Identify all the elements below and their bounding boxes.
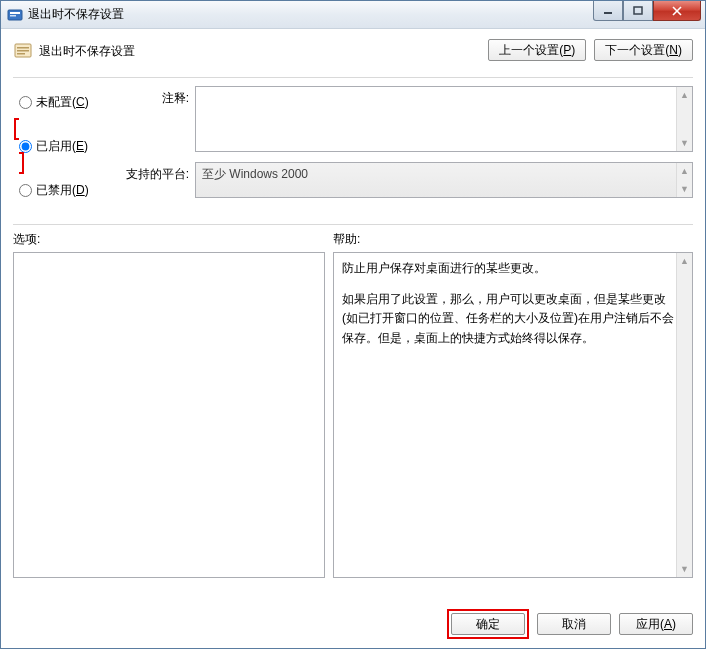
policy-app-icon xyxy=(7,7,23,23)
panels-row: 防止用户保存对桌面进行的某些更改。 如果启用了此设置，那么，用户可以更改桌面，但… xyxy=(13,252,693,578)
state-radios: 未配置(C) 已启用(E) 已禁用(D) xyxy=(13,86,123,210)
close-button[interactable] xyxy=(653,1,701,21)
svg-rect-10 xyxy=(17,53,25,55)
scrollbar[interactable]: ▲ ▼ xyxy=(676,163,692,197)
titlebar[interactable]: 退出时不保存设置 xyxy=(1,1,705,29)
platform-row: 支持的平台: 至少 Windows 2000 ▲ ▼ xyxy=(123,162,693,198)
scroll-down-icon[interactable]: ▼ xyxy=(677,135,692,151)
nav-buttons: 上一个设置(P) 下一个设置(N) xyxy=(488,39,693,61)
svg-rect-1 xyxy=(10,12,20,14)
policy-editor-window: 退出时不保存设置 退出时不保存设置 上一个设置(P) 下一个设置(N) 未配置(… xyxy=(0,0,706,649)
ok-button[interactable]: 确定 xyxy=(451,613,525,635)
platform-value: 至少 Windows 2000 xyxy=(202,167,308,181)
scrollbar[interactable]: ▲ ▼ xyxy=(676,87,692,151)
platform-label: 支持的平台: xyxy=(123,162,195,198)
policy-title: 退出时不保存设置 xyxy=(39,39,488,60)
help-text: 防止用户保存对桌面进行的某些更改。 如果启用了此设置，那么，用户可以更改桌面，但… xyxy=(342,259,674,348)
bottom-bar: 确定 取消 应用(A) xyxy=(447,609,693,639)
radio-disabled[interactable]: 已禁用(D) xyxy=(19,180,123,200)
svg-rect-9 xyxy=(17,50,29,52)
previous-setting-button[interactable]: 上一个设置(P) xyxy=(488,39,586,61)
divider xyxy=(13,224,693,225)
enabled-highlight: 已启用(E) xyxy=(14,118,123,174)
radio-not-configured-input[interactable] xyxy=(19,96,32,109)
comment-textarea[interactable]: ▲ ▼ xyxy=(195,86,693,152)
minimize-button[interactable] xyxy=(593,1,623,21)
platform-box: 至少 Windows 2000 ▲ ▼ xyxy=(195,162,693,198)
radio-enabled-input[interactable] xyxy=(19,140,32,153)
apply-button[interactable]: 应用(A) xyxy=(619,613,693,635)
content-area: 退出时不保存设置 上一个设置(P) 下一个设置(N) 未配置(C) 已启用(E) xyxy=(1,29,705,649)
maximize-button[interactable] xyxy=(623,1,653,21)
radio-disabled-input[interactable] xyxy=(19,184,32,197)
policy-icon xyxy=(13,41,33,61)
section-labels: 选项: 帮助: xyxy=(13,231,693,248)
help-paragraph: 如果启用了此设置，那么，用户可以更改桌面，但是某些更改(如已打开窗口的位置、任务… xyxy=(342,290,674,348)
comment-row: 注释: ▲ ▼ xyxy=(123,86,693,152)
options-label: 选项: xyxy=(13,231,333,248)
scrollbar[interactable]: ▲ ▼ xyxy=(676,253,692,577)
help-label: 帮助: xyxy=(333,231,360,248)
svg-rect-2 xyxy=(10,15,16,17)
radio-enabled-label: 已启用(E) xyxy=(36,138,88,155)
comment-label: 注释: xyxy=(123,86,195,152)
svg-rect-8 xyxy=(17,47,29,49)
divider xyxy=(13,77,693,78)
scroll-up-icon[interactable]: ▲ xyxy=(677,253,692,269)
radio-not-configured[interactable]: 未配置(C) xyxy=(19,92,123,112)
window-controls xyxy=(593,1,701,21)
scroll-up-icon[interactable]: ▲ xyxy=(677,163,692,179)
config-area: 未配置(C) 已启用(E) 已禁用(D) 注释: xyxy=(13,86,693,210)
radio-not-configured-label: 未配置(C) xyxy=(36,94,89,111)
radio-enabled[interactable]: 已启用(E) xyxy=(19,136,123,156)
next-setting-button[interactable]: 下一个设置(N) xyxy=(594,39,693,61)
help-panel: 防止用户保存对桌面进行的某些更改。 如果启用了此设置，那么，用户可以更改桌面，但… xyxy=(333,252,693,578)
scroll-down-icon[interactable]: ▼ xyxy=(677,561,692,577)
scroll-up-icon[interactable]: ▲ xyxy=(677,87,692,103)
svg-rect-4 xyxy=(634,7,642,14)
scroll-down-icon[interactable]: ▼ xyxy=(677,181,692,197)
options-panel xyxy=(13,252,325,578)
header-row: 退出时不保存设置 上一个设置(P) 下一个设置(N) xyxy=(13,39,693,77)
cancel-button[interactable]: 取消 xyxy=(537,613,611,635)
help-paragraph: 防止用户保存对桌面进行的某些更改。 xyxy=(342,259,674,278)
radio-disabled-label: 已禁用(D) xyxy=(36,182,89,199)
fields-column: 注释: ▲ ▼ 支持的平台: 至少 Windows 2000 ▲ xyxy=(123,86,693,210)
ok-highlight: 确定 xyxy=(447,609,529,639)
